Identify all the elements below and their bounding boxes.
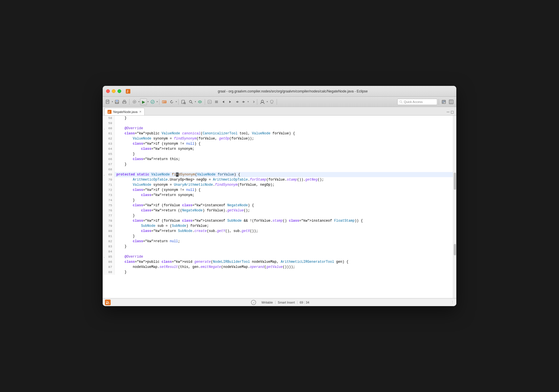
coverage2-button[interactable] xyxy=(197,98,203,106)
print-button[interactable] xyxy=(121,98,128,106)
next-nav-button[interactable] xyxy=(249,98,256,106)
debug-button[interactable] xyxy=(131,98,138,106)
back-button[interactable] xyxy=(234,98,240,106)
code-line-62[interactable]: 62 ValueNode synonym = findSynonym(forVa… xyxy=(103,136,453,141)
next-button[interactable] xyxy=(227,98,233,106)
java-file-icon: J xyxy=(108,110,112,114)
code-line-79[interactable]: 79 SubNode sub = (SubNode) forValue; xyxy=(103,223,453,229)
code-line-69[interactable]: 69–protected static ValueNode findSynony… xyxy=(103,172,453,177)
refresh-button[interactable] xyxy=(168,98,175,106)
code-line-76[interactable]: 76 class="kw">return ((NegateNode) forVa… xyxy=(103,208,453,213)
open-type-button[interactable] xyxy=(180,98,187,106)
code-line-86[interactable]: 86▶ class="kw">public class="kw">void ge… xyxy=(103,259,453,264)
code-line-74[interactable]: 74 } xyxy=(103,198,453,203)
svg-line-40 xyxy=(402,102,402,103)
close-button[interactable] xyxy=(106,89,110,93)
vertical-scrollbar[interactable] xyxy=(453,116,456,298)
status-menu-button[interactable]: ⋮ xyxy=(451,300,454,304)
line-content-88: } xyxy=(115,270,453,275)
line-content-85: @Override xyxy=(115,254,453,259)
code-line-77[interactable]: 77 } xyxy=(103,213,453,218)
forward-button[interactable] xyxy=(241,98,247,106)
line-content-62: ValueNode synonym = findSynonym(forValue… xyxy=(115,136,453,141)
code-line-61[interactable]: 61▶ class="kw">public ValueNode canonica… xyxy=(103,131,453,136)
code-line-71[interactable]: 71 ValueNode synonym = UnaryArithmeticNo… xyxy=(103,182,453,187)
debug-dropdown[interactable]: ▾ xyxy=(138,100,139,103)
code-line-73[interactable]: 73 class="kw">return synonym; xyxy=(103,193,453,198)
code-line-75[interactable]: 75 class="kw">if (forValue class="kw">in… xyxy=(103,203,453,208)
new-button[interactable] xyxy=(104,98,111,106)
source-icon: S xyxy=(208,100,212,104)
code-line-84[interactable]: 84 xyxy=(103,249,453,254)
svg-rect-43 xyxy=(444,101,445,102)
editor-tab[interactable]: J NegateNode.java ✕ xyxy=(104,108,145,115)
refresh-dropdown[interactable]: ▾ xyxy=(176,100,177,103)
code-line-59[interactable]: 59 xyxy=(103,121,453,126)
code-content[interactable]: 58 }59 60– @Override61▶ class="kw">publi… xyxy=(103,116,453,298)
run-button[interactable]: ▶ xyxy=(140,98,147,105)
writable-status[interactable]: Writable xyxy=(259,301,276,304)
help-button[interactable] xyxy=(268,98,275,106)
code-line-87[interactable]: 87 nodeValueMap.setResult(this, gen.emit… xyxy=(103,264,453,270)
maximize-editor-button[interactable]: ◻ xyxy=(451,110,454,114)
line-content-75: class="kw">if (forValue class="kw">insta… xyxy=(115,203,453,208)
line-number-70: 70 xyxy=(103,177,115,182)
code-line-68[interactable]: 68 xyxy=(103,167,453,172)
perspective-button[interactable] xyxy=(440,98,447,106)
code-line-85[interactable]: 85– @Override xyxy=(103,254,453,259)
svg-text:J: J xyxy=(127,90,128,93)
code-line-67[interactable]: 67 } xyxy=(103,162,453,167)
forward-dropdown[interactable]: ▾ xyxy=(248,100,249,103)
code-line-70[interactable]: 70 ArithmeticOpTable.UnaryOp<Neg> negOp … xyxy=(103,177,453,182)
code-line-81[interactable]: 81 } xyxy=(103,234,453,239)
code-line-58[interactable]: 58 } xyxy=(103,116,453,121)
java-icon: J xyxy=(126,89,130,94)
rss-button[interactable] xyxy=(105,300,111,305)
code-line-64[interactable]: 64 class="kw">return synonym; xyxy=(103,146,453,151)
code-line-88[interactable]: 88 } xyxy=(103,270,453,275)
line-number-81: 81 xyxy=(103,234,115,239)
smart-insert-status[interactable]: Smart Insert xyxy=(276,301,297,304)
line-number-62: 62 xyxy=(103,136,115,141)
line-number-83: 83 xyxy=(103,244,115,249)
code-line-82[interactable]: 82 class="kw">return null; xyxy=(103,239,453,244)
back-icon xyxy=(235,100,239,104)
tab-controls: ─ ◻ xyxy=(447,110,454,114)
scrollbar-thumb-1[interactable] xyxy=(454,173,456,190)
line-content-77: } xyxy=(115,213,453,218)
code-line-83[interactable]: 83 } xyxy=(103,244,453,249)
code-line-65[interactable]: 65 } xyxy=(103,151,453,157)
quick-access-input[interactable]: Quick Access xyxy=(397,99,437,105)
code-line-80[interactable]: 80 class="kw">return SubNode.create(sub.… xyxy=(103,229,453,234)
coverage-dropdown[interactable]: ▾ xyxy=(157,100,158,103)
line-content-71: ValueNode synonym = UnaryArithmeticNode.… xyxy=(115,182,453,187)
task-status-icon[interactable]: ✓ xyxy=(250,299,257,306)
next-annotation-button[interactable]: S xyxy=(206,98,213,106)
code-line-78[interactable]: 78 class="kw">if (forValue class="kw">in… xyxy=(103,218,453,223)
cursor-position[interactable]: 69 : 34 xyxy=(297,301,312,304)
line-content-79: SubNode sub = (SubNode) forValue; xyxy=(115,223,453,229)
new-dropdown-arrow[interactable]: ▾ xyxy=(112,100,113,103)
coverage-button[interactable] xyxy=(149,98,156,106)
code-line-60[interactable]: 60– @Override xyxy=(103,126,453,131)
maximize-button[interactable] xyxy=(118,89,121,93)
minimize-button[interactable] xyxy=(112,89,116,93)
tab-close-button[interactable]: ✕ xyxy=(139,110,141,113)
save-button[interactable] xyxy=(114,98,120,106)
code-line-66[interactable]: 66 class="kw">return this; xyxy=(103,157,453,162)
user-dropdown[interactable]: ▾ xyxy=(267,100,268,103)
build-button[interactable]: WB xyxy=(161,98,168,106)
prev-button[interactable] xyxy=(220,98,226,106)
view-menu-button[interactable] xyxy=(448,98,455,106)
smart-insert-label: Smart Insert xyxy=(278,301,295,304)
search-button[interactable] xyxy=(187,98,194,106)
collapse-all-button[interactable] xyxy=(213,98,220,106)
line-content-66: class="kw">return this; xyxy=(115,157,453,162)
code-line-72[interactable]: 72 class="kw">if (synonym != null) { xyxy=(103,187,453,193)
run-dropdown[interactable]: ▾ xyxy=(147,100,149,103)
code-line-63[interactable]: 63 class="kw">if (synonym != null) { xyxy=(103,141,453,146)
user-button[interactable] xyxy=(259,98,266,106)
search-dropdown[interactable]: ▾ xyxy=(195,100,196,103)
scrollbar-thumb-2[interactable] xyxy=(454,244,456,255)
minimize-editor-button[interactable]: ─ xyxy=(447,110,449,114)
